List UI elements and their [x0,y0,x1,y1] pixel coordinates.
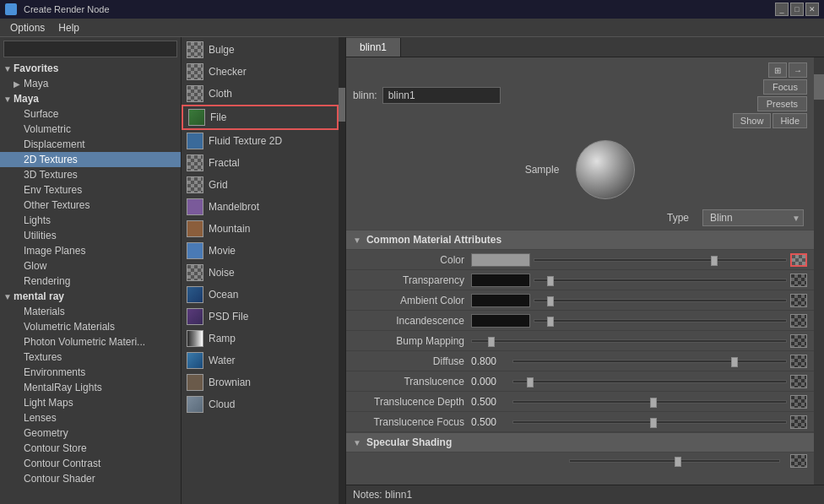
tree-item-geometry[interactable]: Geometry [0,425,181,441]
translucence-focus-slider[interactable] [512,420,787,424]
tree-item-rendering[interactable]: Rendering [0,274,181,289]
ambient-color-swatch[interactable] [471,294,530,307]
color-swatch[interactable] [471,253,530,267]
tree-item-maya-sub[interactable]: ▶ Maya [0,76,181,91]
tree-item-environments[interactable]: Environments [0,365,181,380]
tree-item-displacement[interactable]: Displacement [0,137,181,152]
show-button[interactable]: Show [733,113,772,128]
texture-item-cloth[interactable]: Cloth [182,83,339,105]
texture-item-ramp[interactable]: Ramp [182,328,339,350]
right-scrollbar[interactable] [814,57,824,485]
bump-mapping-slider-thumb[interactable] [488,337,495,347]
color-slider[interactable] [534,258,787,262]
texture-item-cloud[interactable]: Cloud [182,393,339,415]
translucence-slider-thumb[interactable] [527,377,534,387]
incandescence-checker[interactable] [790,314,807,328]
tree-item-contour-store[interactable]: Contour Store [0,441,181,456]
translucence-focus-slider-thumb[interactable] [650,418,657,428]
specular-slider-thumb[interactable] [675,457,681,467]
translucence-depth-slider[interactable] [512,400,787,404]
section-specular-shading[interactable]: ▼ Specular Shading [346,432,814,453]
diffuse-checker[interactable] [790,355,807,368]
tree-item-lights[interactable]: Lights [0,213,181,228]
ambient-color-checker[interactable] [790,294,807,307]
tree-item-volumetric-mat[interactable]: Volumetric Materials [0,319,181,334]
texture-item-fluid-texture-2d[interactable]: Fluid Texture 2D [182,130,339,152]
bookmark-btn-1[interactable]: ⊞ [768,62,787,78]
tree-item-mentalray-lights[interactable]: MentalRay Lights [0,380,181,395]
tree-item-favorites[interactable]: ▼ Favorites [0,61,181,76]
tab-blinn1[interactable]: blinn1 [346,38,401,57]
transparency-slider[interactable] [534,279,787,282]
tree-item-glow[interactable]: Glow [0,258,181,274]
search-input[interactable] [3,41,177,57]
close-button[interactable]: ✕ [805,3,819,16]
tree-item-materials[interactable]: Materials [0,304,181,319]
color-slider-thumb[interactable] [711,256,718,266]
color-checker[interactable] [790,253,807,267]
transparency-swatch[interactable] [471,274,530,287]
incandescence-slider[interactable] [534,319,787,322]
tree-item-textures-mr[interactable]: Textures [0,350,181,365]
incandescence-swatch[interactable] [471,314,530,328]
menu-options[interactable]: Options [3,20,52,35]
texture-item-water[interactable]: Water [182,350,339,371]
minimize-button[interactable]: _ [775,3,789,16]
bookmark-btn-2[interactable]: → [789,62,807,78]
translucence-checker[interactable] [790,375,807,388]
texture-item-psd-file[interactable]: PSD File [182,306,339,328]
tree-item-maya-main[interactable]: ▼ Maya [0,91,181,106]
texture-item-noise[interactable]: Noise [182,262,339,284]
ambient-color-slider[interactable] [534,299,787,302]
ambient-color-slider-thumb[interactable] [547,296,554,306]
incandescence-slider-thumb[interactable] [547,317,554,327]
type-select[interactable]: Blinn Lambert Phong PhongE [702,209,804,226]
tree-item-volumetric[interactable]: Volumetric [0,122,181,137]
middle-scrollbar-thumb[interactable] [339,88,345,122]
diffuse-slider-thumb[interactable] [731,357,738,367]
texture-item-movie[interactable]: Movie [182,240,339,262]
texture-item-brownian[interactable]: Brownian [182,371,339,393]
maximize-button[interactable]: □ [790,3,804,16]
tree-item-contour-shader[interactable]: Contour Shader [0,471,181,486]
tree-item-utilities[interactable]: Utilities [0,228,181,243]
hide-button[interactable]: Hide [772,113,807,128]
tree-item-3d-textures[interactable]: 3D Textures [0,167,181,182]
texture-item-ocean[interactable]: Ocean [182,284,339,306]
tree-item-surface[interactable]: Surface [0,106,181,122]
translucence-depth-checker[interactable] [790,395,807,409]
tree-item-contour-contrast[interactable]: Contour Contrast [0,456,181,471]
tree-item-2d-textures[interactable]: 2D Textures [0,152,181,167]
texture-item-checker[interactable]: Checker [182,61,339,83]
translucence-slider[interactable] [512,380,787,383]
right-scrollbar-thumb[interactable] [814,74,824,100]
diffuse-slider[interactable] [512,360,787,363]
tree-item-other-textures[interactable]: Other Textures [0,198,181,213]
transparency-checker[interactable] [790,274,807,287]
bump-mapping-slider[interactable] [471,339,787,343]
focus-button[interactable]: Focus [763,79,807,95]
texture-item-mandelbrot[interactable]: Mandelbrot [182,196,339,218]
texture-item-file[interactable]: File [182,105,339,130]
blinn-input[interactable] [382,87,501,104]
texture-item-mountain[interactable]: Mountain [182,218,339,240]
texture-item-fractal[interactable]: Fractal [182,152,339,174]
middle-scrollbar[interactable] [339,37,345,504]
presets-button[interactable]: Presets [757,96,807,111]
tree-item-env-textures[interactable]: Env Textures [0,182,181,198]
texture-item-grid[interactable]: Grid [182,174,339,196]
translucence-depth-slider-thumb[interactable] [650,398,657,408]
translucence-focus-checker[interactable] [790,415,807,429]
specular-slider[interactable] [569,459,780,463]
specular-checker[interactable] [790,454,807,468]
transparency-slider-thumb[interactable] [547,276,554,286]
tree-item-lenses[interactable]: Lenses [0,410,181,425]
bump-mapping-checker[interactable] [790,334,807,348]
texture-item-bulge[interactable]: Bulge [182,39,339,61]
menu-help[interactable]: Help [52,20,86,35]
tree-item-light-maps[interactable]: Light Maps [0,395,181,410]
tree-item-image-planes[interactable]: Image Planes [0,243,181,258]
section-common-material[interactable]: ▼ Common Material Attributes [346,230,814,250]
tree-item-photon-vol[interactable]: Photon Volumetric Materi... [0,334,181,350]
tree-item-mental-ray[interactable]: ▼ mental ray [0,289,181,304]
